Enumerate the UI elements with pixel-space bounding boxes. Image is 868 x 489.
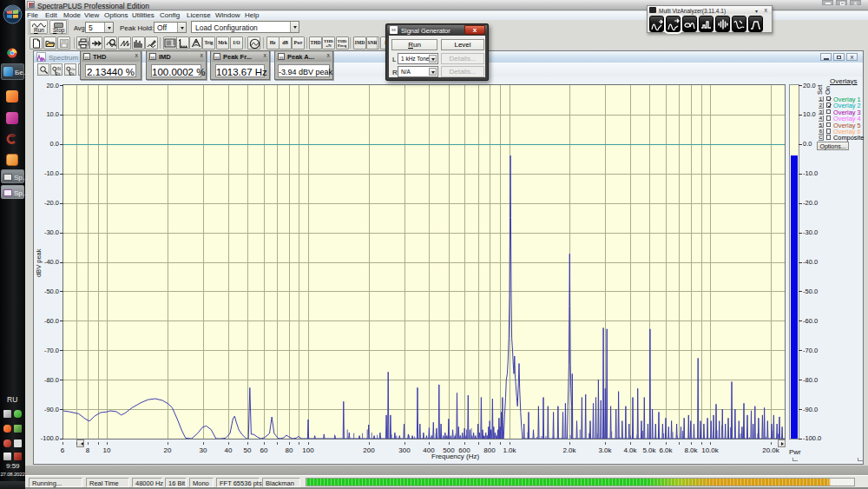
- svg-text:Ou: Ou: [70, 67, 75, 71]
- svg-text:IN: IN: [57, 67, 62, 71]
- svg-text:2x: 2x: [70, 72, 76, 76]
- svg-text:2x: 2x: [56, 72, 62, 76]
